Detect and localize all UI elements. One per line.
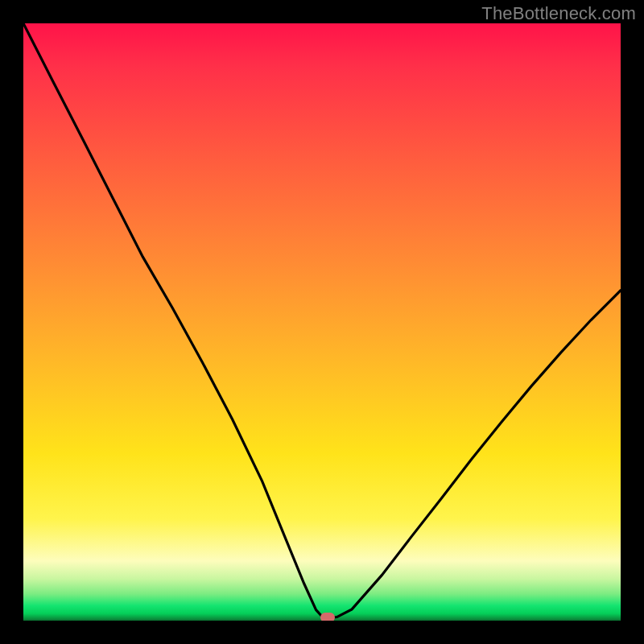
curve-line <box>23 23 621 617</box>
plot-area <box>23 23 621 621</box>
bottleneck-curve <box>23 23 621 621</box>
watermark-text: TheBottleneck.com <box>481 3 636 24</box>
chart-frame: TheBottleneck.com <box>0 0 644 644</box>
optimum-marker <box>320 613 335 621</box>
